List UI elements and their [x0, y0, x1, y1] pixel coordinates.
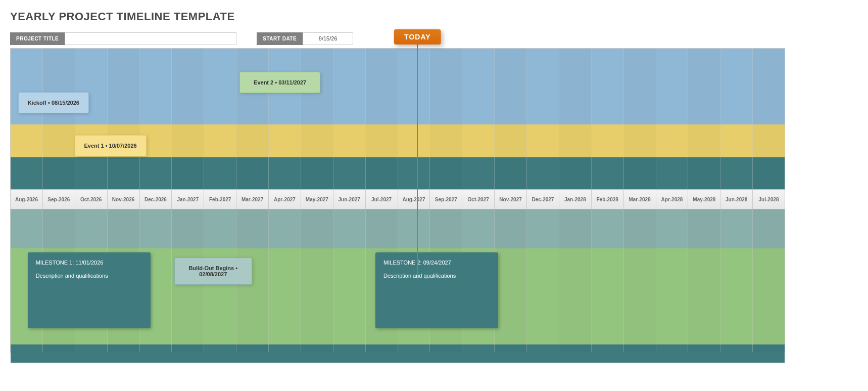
month-tick: May-2027 [301, 190, 333, 209]
milestone-title: MILESTONE 2: 09/24/2027 [383, 259, 490, 266]
today-line [417, 44, 418, 279]
month-tick: Mar-2028 [624, 190, 656, 209]
month-tick: Apr-2027 [269, 190, 301, 209]
milestone-desc: Description and qualifications [36, 273, 142, 279]
month-tick: Jun-2027 [333, 190, 366, 209]
event-milestone2[interactable]: MILESTONE 2: 09/24/2027Description and q… [375, 252, 498, 328]
page-title: YEARLY PROJECT TIMELINE TEMPLATE [10, 10, 858, 23]
month-tick: Jul-2027 [366, 190, 398, 209]
event-bubble: Kickoff • 08/15/2026 [18, 92, 89, 113]
event-bubble: MILESTONE 2: 09/24/2027Description and q… [375, 252, 498, 328]
month-tick: Aug-2027 [398, 190, 430, 209]
month-tick: Feb-2027 [204, 190, 236, 209]
timeline: Aug-2026Sep-2026Oct-2026Nov-2026Dec-2026… [10, 48, 785, 353]
month-tick: May-2028 [688, 190, 720, 209]
event-buildout[interactable]: Build-Out Begins • 02/08/2027 [174, 257, 252, 285]
month-tick: Nov-2026 [108, 190, 140, 209]
event-kickoff[interactable]: Kickoff • 08/15/2026 [18, 92, 89, 113]
month-tick: Jun-2028 [720, 190, 753, 209]
milestone-desc: Description and qualifications [383, 273, 490, 279]
month-tick: Dec-2027 [527, 190, 559, 209]
month-tick: Jan-2027 [172, 190, 204, 209]
month-tick: Jul-2028 [753, 190, 785, 209]
project-title-label: PROJECT TITLE [10, 32, 65, 45]
event-bubble: MILESTONE 1: 11/01/2026Description and q… [28, 252, 151, 328]
month-tick: Apr-2028 [656, 190, 689, 209]
month-tick: Sep-2027 [430, 190, 462, 209]
start-date-label: START DATE [257, 32, 303, 45]
event-event2[interactable]: Event 2 • 03/11/2027 [239, 72, 320, 93]
event-milestone1[interactable]: MILESTONE 1: 11/01/2026Description and q… [28, 252, 151, 328]
milestone-title: MILESTONE 1: 11/01/2026 [36, 259, 142, 266]
month-tick: Aug-2026 [11, 190, 43, 209]
month-tick: Oct-2026 [75, 190, 108, 209]
start-date-group: START DATE 8/15/26 [257, 32, 353, 45]
chart-area: Aug-2026Sep-2026Oct-2026Nov-2026Dec-2026… [11, 49, 785, 352]
month-tick: Sep-2026 [43, 190, 75, 209]
month-tick: Dec-2026 [140, 190, 172, 209]
month-tick: Mar-2027 [236, 190, 269, 209]
project-title-input[interactable] [65, 32, 236, 45]
today-marker: TODAY [394, 29, 441, 45]
project-title-group: PROJECT TITLE [10, 32, 236, 45]
event-event1[interactable]: Event 1 • 10/07/2026 [75, 135, 147, 156]
month-axis: Aug-2026Sep-2026Oct-2026Nov-2026Dec-2026… [11, 189, 785, 209]
month-tick: Oct-2027 [462, 190, 495, 209]
month-tick: Nov-2027 [495, 190, 527, 209]
month-tick: Jan-2028 [559, 190, 592, 209]
event-bubble: Event 1 • 10/07/2026 [75, 135, 147, 156]
event-bubble: Build-Out Begins • 02/08/2027 [174, 257, 252, 285]
event-bubble: Event 2 • 03/11/2027 [239, 72, 320, 93]
month-tick: Feb-2028 [592, 190, 624, 209]
start-date-input[interactable]: 8/15/26 [303, 32, 353, 45]
